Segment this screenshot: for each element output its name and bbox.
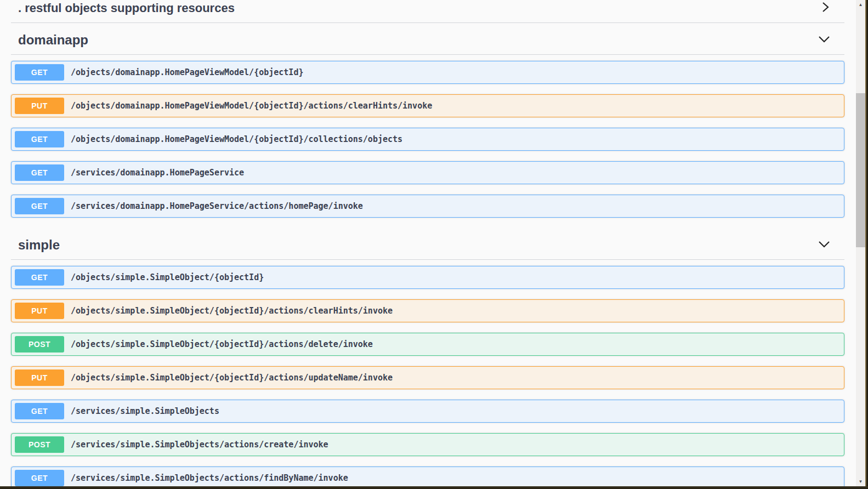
section-header-domainapp[interactable]: domainapp bbox=[11, 23, 844, 55]
endpoint-path: /objects/simple.SimpleObject/{objectId} bbox=[71, 272, 264, 282]
section-title-domainapp: domainapp bbox=[18, 32, 88, 48]
method-badge-get: GET bbox=[15, 198, 64, 214]
endpoint-path: /services/simple.SimpleObjects/actions/f… bbox=[71, 473, 348, 483]
method-badge-get: GET bbox=[15, 131, 64, 147]
opblock-get[interactable]: GET /objects/domainapp.HomePageViewModel… bbox=[11, 128, 844, 151]
opblock-post[interactable]: POST /objects/simple.SimpleObject/{objec… bbox=[11, 333, 844, 356]
endpoint-path: /objects/simple.SimpleObject/{objectId}/… bbox=[71, 339, 373, 349]
vertical-scrollbar[interactable]: ▲ ▼ bbox=[856, 0, 865, 486]
tag-sections-container: domainapp GET /objects/domainapp.HomePag… bbox=[0, 23, 844, 489]
method-badge-put: PUT bbox=[15, 98, 64, 114]
endpoint-path: /objects/domainapp.HomePageViewModel/{ob… bbox=[71, 67, 303, 77]
method-badge-post: POST bbox=[15, 436, 64, 453]
opblock-put[interactable]: PUT /objects/domainapp.HomePageViewModel… bbox=[11, 94, 844, 117]
endpoint-path: /objects/simple.SimpleObject/{objectId}/… bbox=[71, 306, 393, 316]
opblock-get[interactable]: GET /services/simple.SimpleObjects bbox=[11, 400, 844, 423]
endpoint-path: /services/simple.SimpleObjects/actions/c… bbox=[71, 440, 328, 450]
method-badge-put: PUT bbox=[15, 369, 64, 386]
endpoint-path: /objects/simple.SimpleObject/{objectId}/… bbox=[71, 373, 393, 383]
method-badge-get: GET bbox=[15, 269, 64, 286]
scrollbar-down-arrow-icon[interactable]: ▼ bbox=[856, 477, 865, 486]
chevron-right-icon[interactable] bbox=[819, 1, 831, 16]
operations-list: GET /objects/simple.SimpleObject/{object… bbox=[11, 260, 844, 489]
endpoint-path: /objects/domainapp.HomePageViewModel/{ob… bbox=[71, 134, 402, 144]
endpoint-path: /services/simple.SimpleObjects bbox=[71, 406, 219, 416]
method-badge-get: GET bbox=[15, 164, 64, 181]
method-badge-get: GET bbox=[15, 403, 64, 419]
opblock-get[interactable]: GET /services/simple.SimpleObjects/actio… bbox=[11, 467, 844, 489]
endpoint-path: /services/domainapp.HomePageService bbox=[71, 168, 244, 178]
method-badge-get: GET bbox=[15, 470, 64, 486]
method-badge-post: POST bbox=[15, 336, 64, 352]
window-border-bottom bbox=[0, 486, 868, 489]
opblock-put[interactable]: PUT /objects/simple.SimpleObject/{object… bbox=[11, 366, 844, 389]
section-title-simple: simple bbox=[18, 237, 60, 253]
method-badge-put: PUT bbox=[15, 303, 64, 319]
opblock-get[interactable]: GET /objects/domainapp.HomePageViewModel… bbox=[11, 61, 844, 84]
api-doc-content: . restful objects supporting resources d… bbox=[0, 0, 844, 489]
section-title-restful-objects: . restful objects supporting resources bbox=[18, 1, 235, 16]
scrollbar-thumb[interactable] bbox=[856, 93, 865, 247]
section-header-restful-objects[interactable]: . restful objects supporting resources bbox=[11, 0, 844, 23]
opblock-post[interactable]: POST /services/simple.SimpleObjects/acti… bbox=[11, 433, 844, 456]
section-header-simple[interactable]: simple bbox=[11, 228, 844, 260]
scrollbar-up-arrow-icon[interactable]: ▲ bbox=[856, 0, 865, 9]
endpoint-path: /services/domainapp.HomePageService/acti… bbox=[71, 201, 363, 211]
opblock-put[interactable]: PUT /objects/simple.SimpleObject/{object… bbox=[11, 299, 844, 322]
opblock-get[interactable]: GET /objects/simple.SimpleObject/{object… bbox=[11, 266, 844, 289]
window-border-right bbox=[865, 0, 868, 489]
opblock-get[interactable]: GET /services/domainapp.HomePageService/… bbox=[11, 195, 844, 218]
chevron-down-icon[interactable] bbox=[817, 238, 831, 252]
method-badge-get: GET bbox=[15, 64, 64, 81]
opblock-get[interactable]: GET /services/domainapp.HomePageService bbox=[11, 161, 844, 184]
operations-list: GET /objects/domainapp.HomePageViewModel… bbox=[11, 55, 844, 218]
chevron-down-icon[interactable] bbox=[817, 33, 831, 47]
endpoint-path: /objects/domainapp.HomePageViewModel/{ob… bbox=[71, 101, 432, 111]
